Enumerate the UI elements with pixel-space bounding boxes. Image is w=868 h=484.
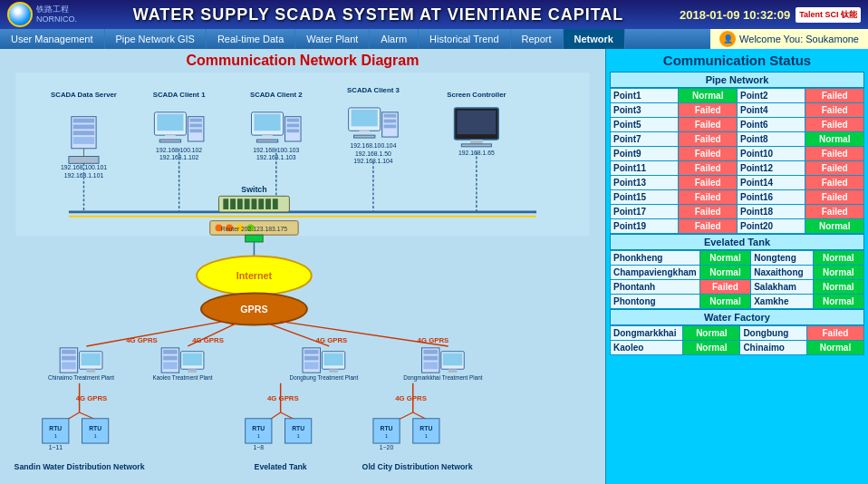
status-table-water-factory: DongmarkkhaiNormalDongbungFailedKaoleoNo… bbox=[610, 325, 864, 355]
point-label: Point11 bbox=[611, 161, 679, 176]
svg-rect-60 bbox=[223, 198, 228, 209]
svg-text:Dongbung  Treatment Plant: Dongbung Treatment Plant bbox=[290, 374, 359, 382]
navbar: User ManagementPipe Network GISReal-time… bbox=[0, 29, 868, 49]
svg-text:Dongmarkkhai  Treatment Plant: Dongmarkkhai Treatment Plant bbox=[403, 374, 482, 382]
svg-text:RTU: RTU bbox=[381, 425, 393, 431]
nav-item-historical-trend[interactable]: Historical Trend bbox=[419, 29, 510, 49]
svg-rect-45 bbox=[384, 120, 397, 123]
svg-rect-103 bbox=[188, 369, 197, 373]
point-label: Point2 bbox=[737, 89, 805, 103]
svg-rect-94 bbox=[82, 353, 101, 366]
status-badge: Failed bbox=[805, 176, 864, 190]
svg-rect-6 bbox=[73, 124, 94, 129]
svg-rect-10 bbox=[69, 157, 99, 164]
svg-rect-5 bbox=[73, 119, 94, 123]
svg-text:4G GPRS: 4G GPRS bbox=[418, 336, 449, 344]
status-badge: Normal bbox=[805, 132, 864, 147]
svg-text:Screen Controller: Screen Controller bbox=[447, 91, 506, 99]
header: 铁路工程 NORNICO. WATER SUPPLY SCADA SYSTEM … bbox=[0, 0, 868, 29]
svg-text:4G GPRS: 4G GPRS bbox=[192, 336, 224, 344]
point-label: Point8 bbox=[737, 132, 805, 147]
svg-text:RTU: RTU bbox=[89, 425, 101, 431]
svg-rect-66 bbox=[265, 198, 271, 209]
datetime-display: 2018-01-09 10:32:09 bbox=[680, 8, 790, 22]
svg-rect-75 bbox=[246, 235, 263, 242]
nav-item-network[interactable]: Network bbox=[564, 29, 625, 49]
svg-rect-7 bbox=[73, 131, 94, 135]
svg-text:SCADA Client 2: SCADA Client 2 bbox=[250, 91, 303, 99]
point-label: Point3 bbox=[611, 103, 679, 118]
status-title: Communication Status bbox=[610, 53, 864, 68]
status-badge: Failed bbox=[805, 89, 864, 103]
status-badge: Normal bbox=[699, 266, 750, 280]
nav-item-user-management[interactable]: User Management bbox=[0, 29, 105, 49]
table-row: Point3FailedPoint4Failed bbox=[611, 103, 864, 118]
status-badge: Normal bbox=[813, 280, 863, 295]
svg-rect-116 bbox=[423, 362, 438, 369]
status-badge: Failed bbox=[679, 205, 738, 219]
svg-rect-108 bbox=[304, 362, 319, 369]
svg-rect-53 bbox=[457, 111, 496, 134]
point-label: Dongbung bbox=[740, 326, 807, 341]
svg-rect-21 bbox=[189, 123, 202, 127]
svg-rect-90 bbox=[62, 350, 76, 354]
nav-item-report[interactable]: Report bbox=[511, 29, 564, 49]
status-badge: Normal bbox=[683, 341, 740, 355]
table-row: Point11FailedPoint12Failed bbox=[611, 161, 864, 176]
status-badge: Failed bbox=[679, 219, 738, 234]
svg-text:Router 202.123.183.175: Router 202.123.183.175 bbox=[221, 226, 288, 232]
svg-rect-118 bbox=[443, 353, 462, 366]
table-row: PhonkhengNormalNongtengNormal bbox=[611, 251, 864, 266]
point-label: Champaviengkham bbox=[611, 266, 700, 280]
point-label: Point19 bbox=[611, 219, 679, 234]
point-label: Point6 bbox=[737, 118, 805, 132]
nav-item-pipe-network-gis[interactable]: Pipe Network GIS bbox=[105, 29, 207, 49]
svg-rect-64 bbox=[252, 198, 257, 209]
table-row: Point7FailedPoint8Normal bbox=[611, 132, 864, 147]
svg-text:4G GPRS: 4G GPRS bbox=[76, 394, 108, 402]
svg-rect-67 bbox=[273, 198, 278, 209]
svg-text:1~20: 1~20 bbox=[380, 444, 394, 450]
status-badge: Failed bbox=[679, 190, 738, 205]
status-table-pipe-network: Point1NormalPoint2FailedPoint3FailedPoin… bbox=[610, 88, 864, 234]
status-content: Pipe NetworkPoint1NormalPoint2FailedPoin… bbox=[610, 72, 864, 355]
point-label: Dongmarkkhai bbox=[611, 326, 683, 341]
point-label: Nongteng bbox=[751, 251, 813, 266]
svg-rect-91 bbox=[62, 356, 76, 361]
nav-item-real-time-data[interactable]: Real-time Data bbox=[207, 29, 295, 49]
status-badge: Normal bbox=[813, 251, 863, 266]
point-label: Point14 bbox=[737, 176, 805, 190]
status-badge: Normal bbox=[683, 326, 740, 341]
nav-item-alarm[interactable]: Alarm bbox=[370, 29, 419, 49]
svg-rect-44 bbox=[384, 114, 397, 118]
table-row: Point5FailedPoint6Failed bbox=[611, 118, 864, 132]
svg-text:Evelated Tank: Evelated Tank bbox=[255, 462, 307, 471]
status-badge: Failed bbox=[679, 147, 738, 161]
svg-text:Switch: Switch bbox=[241, 185, 266, 194]
svg-rect-46 bbox=[384, 124, 397, 128]
user-avatar: 👤 bbox=[719, 31, 736, 47]
svg-text:Old City Distribution Network: Old City Distribution Network bbox=[362, 462, 473, 471]
brand-logo: Talent SCI 钛能 bbox=[796, 7, 861, 23]
svg-text:GPRS: GPRS bbox=[240, 304, 267, 315]
status-badge: Normal bbox=[699, 251, 750, 266]
page-title: WATER SUPPLY SCADA SYSTEM AT VIENTIANE C… bbox=[133, 5, 624, 24]
svg-rect-42 bbox=[353, 135, 374, 138]
svg-text:1: 1 bbox=[297, 433, 300, 439]
point-label: Point5 bbox=[611, 118, 679, 132]
status-badge: Failed bbox=[805, 205, 864, 219]
svg-text:4G GPRS: 4G GPRS bbox=[316, 336, 348, 344]
svg-rect-32 bbox=[286, 119, 299, 122]
svg-text:1: 1 bbox=[94, 433, 97, 439]
point-label: Point1 bbox=[611, 89, 679, 103]
svg-rect-95 bbox=[86, 369, 95, 373]
status-section-pipe-network: Pipe Network bbox=[610, 72, 864, 88]
svg-text:1~8: 1~8 bbox=[254, 444, 265, 450]
status-badge: Failed bbox=[679, 132, 738, 147]
svg-rect-115 bbox=[423, 356, 438, 361]
welcome-bar: 👤 Welcome You: Soukamone bbox=[710, 29, 868, 49]
table-row: Point1NormalPoint2Failed bbox=[611, 89, 864, 103]
svg-rect-102 bbox=[183, 353, 202, 366]
nav-item-water-plant[interactable]: Water Plant bbox=[295, 29, 370, 49]
point-label: Point10 bbox=[737, 147, 805, 161]
